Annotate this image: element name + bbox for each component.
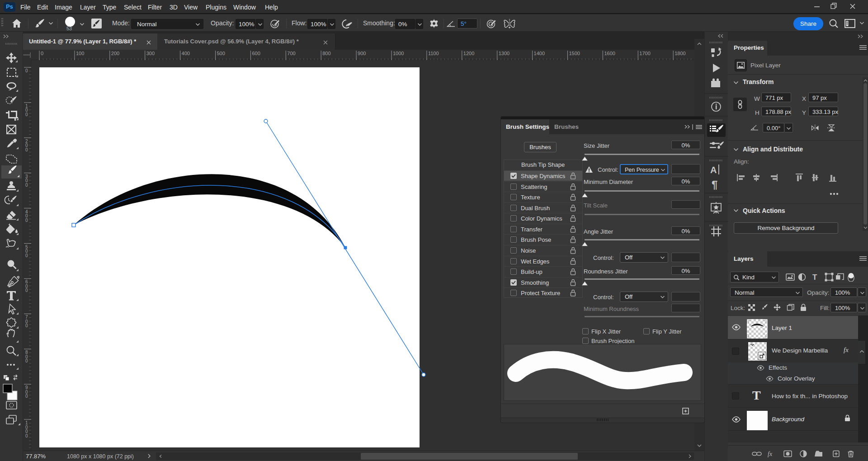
svg-text:1600: 1600: [604, 51, 615, 56]
svg-text:0: 0: [25, 218, 28, 223]
svg-text:fx: fx: [768, 451, 773, 457]
svg-text:200: 200: [111, 51, 119, 56]
svg-text:1400: 1400: [534, 51, 545, 56]
svg-text:0: 0: [25, 288, 28, 293]
svg-text:A: A: [710, 165, 717, 175]
svg-text:0: 0: [25, 323, 28, 328]
svg-text:T: T: [812, 273, 817, 282]
svg-text:1500: 1500: [569, 51, 580, 56]
svg-text:0: 0: [25, 147, 28, 152]
svg-text:600: 600: [252, 51, 260, 56]
svg-text:0: 0: [41, 51, 43, 56]
svg-text:1700: 1700: [639, 51, 650, 56]
svg-text:1200: 1200: [463, 51, 474, 56]
svg-text:700: 700: [287, 51, 295, 56]
svg-text:500: 500: [217, 51, 225, 56]
svg-text:1800: 1800: [675, 51, 685, 56]
svg-text:300: 300: [146, 51, 155, 56]
svg-text:1300: 1300: [499, 51, 509, 56]
svg-text:¶: ¶: [712, 179, 717, 191]
svg-text:0: 0: [25, 433, 28, 438]
svg-text:0: 0: [25, 112, 28, 117]
svg-text:0: 0: [25, 358, 28, 363]
svg-text:400: 400: [182, 51, 190, 56]
svg-text:100: 100: [76, 51, 84, 56]
svg-text:1100: 1100: [428, 51, 439, 56]
svg-text:800: 800: [322, 51, 330, 56]
svg-text:0: 0: [25, 253, 28, 258]
svg-text:0: 0: [25, 68, 28, 73]
svg-text:1000: 1000: [393, 51, 404, 56]
svg-text:0: 0: [25, 183, 28, 188]
svg-text:900: 900: [358, 51, 366, 56]
svg-text:0: 0: [25, 394, 28, 399]
